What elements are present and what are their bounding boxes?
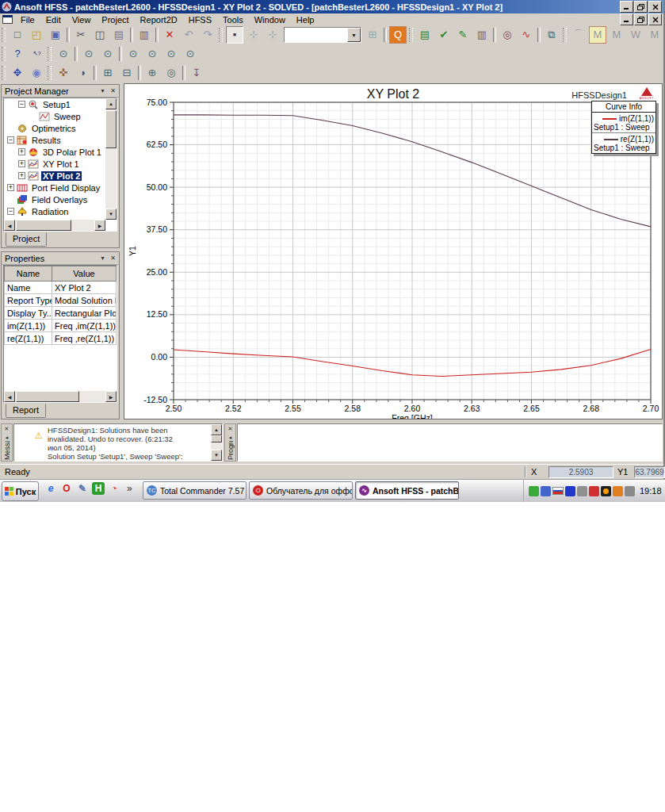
task-button-total-commander-7-57[interactable]: TCTotal Commander 7.57 - ... <box>143 481 247 500</box>
toolbar-grip[interactable] <box>409 28 413 42</box>
wave-trace-1-icon[interactable]: ⌒ <box>570 26 587 44</box>
tree-item-results[interactable]: −Results <box>4 134 105 146</box>
combobox-dropdown-icon[interactable]: ▼ <box>347 28 361 42</box>
property-value[interactable]: Freq ,im(Z(1,1)) <box>52 320 117 332</box>
show-model-icon[interactable]: ⊙ <box>162 45 180 63</box>
menu-hfss[interactable]: HFSS <box>183 14 217 25</box>
task-button-ansoft-hfss-patchb[interactable]: ∿Ansoft HFSS - patchB... <box>355 481 459 500</box>
tab-project[interactable]: Project <box>6 232 47 247</box>
quick-launch-chrome-icon[interactable]: ◔ <box>108 482 120 495</box>
menu-window[interactable]: Window <box>249 14 291 25</box>
property-row-display-ty[interactable]: Display Ty...Rectangular Plot <box>5 307 117 320</box>
mdi-window-restore-button[interactable] <box>634 13 648 25</box>
zoom-in-window-icon[interactable]: ⊞ <box>99 64 117 82</box>
start-button[interactable]: Пуск <box>2 481 39 501</box>
scroll-down-icon[interactable]: ▼ <box>211 450 222 461</box>
pan-icon[interactable]: ✜ <box>55 64 72 82</box>
show-all-icon[interactable]: ⊙ <box>124 45 142 63</box>
tree-item-xy-plot-1[interactable]: +XY Plot 1 <box>4 158 105 170</box>
quick-launch-internet-explorer-icon[interactable]: e <box>44 482 57 495</box>
toolbar-grip[interactable] <box>2 28 6 42</box>
task-button-[interactable]: OОблучатель для оффсе... <box>249 481 353 500</box>
tree-item-3d-polar-plot-1[interactable]: +3D Polar Plot 1 <box>4 146 105 158</box>
wave-trace-2-icon[interactable]: M <box>589 26 606 44</box>
hide-model-icon[interactable]: ⊙ <box>182 45 199 63</box>
scroll-thumb[interactable] <box>16 391 79 402</box>
window-close-button[interactable] <box>648 1 662 13</box>
menu-report2d[interactable]: Report2D <box>135 14 183 25</box>
wave-trace-4-icon[interactable]: W <box>627 26 644 44</box>
zoom-in-icon[interactable]: ⊕ <box>143 64 161 82</box>
active-view-icon[interactable]: ▪ <box>226 26 243 44</box>
scroll-thumb[interactable] <box>16 220 71 231</box>
combobox-value[interactable] <box>285 28 347 42</box>
scroll-left-icon[interactable]: ◀ <box>4 391 15 402</box>
quick-launch-chevron-icon[interactable]: » <box>127 483 132 494</box>
expand-box-icon[interactable]: + <box>18 148 25 155</box>
scroll-left-icon[interactable]: ◀ <box>4 220 15 231</box>
mdi-window-close-button[interactable] <box>648 13 662 25</box>
render-wireframe-icon[interactable]: ✥ <box>9 64 26 82</box>
zoom-out-icon[interactable]: ◎ <box>162 64 180 82</box>
print-icon[interactable]: ▥ <box>136 26 153 44</box>
wave-trace-5-icon[interactable]: M <box>646 26 663 44</box>
wave-trace-3-icon[interactable]: M <box>608 26 625 44</box>
mdi-document-icon[interactable] <box>2 15 13 24</box>
create-report-icon[interactable]: ∿ <box>518 26 535 44</box>
mdi-window-minimize-button[interactable] <box>620 13 633 25</box>
redo-icon[interactable]: ↷ <box>199 26 216 44</box>
menu-edit[interactable]: Edit <box>40 14 67 25</box>
optimetrics-analysis-icon[interactable]: ◎ <box>499 26 516 44</box>
toolbar-grip[interactable] <box>2 66 6 80</box>
property-row-name[interactable]: NameXY Plot 2 <box>5 282 117 294</box>
tab-report[interactable]: Report <box>6 404 46 418</box>
toolbar-grip[interactable] <box>48 47 52 61</box>
tray-icon-update[interactable] <box>613 486 623 496</box>
menu-tools[interactable]: Tools <box>217 14 249 25</box>
collapse-box-icon[interactable]: − <box>7 208 14 215</box>
tree-item-radiation[interactable]: −Radiation <box>4 205 105 217</box>
show-variables-icon[interactable]: ⊹ <box>245 26 262 44</box>
undo-icon[interactable]: ↶ <box>180 26 197 44</box>
new-report-window-icon[interactable]: ⧉ <box>543 26 560 44</box>
scroll-right-icon[interactable]: ▶ <box>105 391 117 402</box>
property-row-report-type[interactable]: Report TypeModal Solution D... <box>5 294 117 307</box>
property-value[interactable]: Freq ,re(Z(1,1)) <box>52 332 117 345</box>
panel-close-icon[interactable]: ✕ <box>109 86 117 95</box>
context-help-icon[interactable]: ↖? <box>28 45 45 63</box>
property-row-re-z-1-1[interactable]: re(Z(1,1))Freq ,re(Z(1,1)) <box>5 332 117 345</box>
tray-clock[interactable]: 19:18 <box>640 486 662 496</box>
menu-help[interactable]: Help <box>291 14 320 25</box>
help-topics-icon[interactable]: ? <box>9 45 26 63</box>
view-visibility-icon[interactable]: ⊙ <box>55 45 72 63</box>
menu-project[interactable]: Project <box>96 14 134 25</box>
q-solver-icon[interactable]: Q <box>389 26 407 44</box>
add-trace-icon[interactable]: ⊞ <box>364 26 381 44</box>
paste-icon[interactable]: ▤ <box>110 26 128 44</box>
xy-plot-canvas[interactable]: 2.502.522.552.582.602.632.652.682.7075.0… <box>124 84 662 419</box>
scroll-down-icon[interactable]: ▼ <box>105 209 117 220</box>
show-selection-icon[interactable]: ⊙ <box>80 45 97 63</box>
tree-item-sweep[interactable]: Sweep <box>4 110 105 122</box>
tray-icon-display[interactable] <box>541 486 551 496</box>
property-value[interactable]: Modal Solution D... <box>52 294 117 307</box>
edit-notes-icon[interactable]: ✎ <box>454 26 472 44</box>
toolbar-grip[interactable] <box>2 47 6 61</box>
solution-data-icon[interactable]: ▥ <box>473 26 491 44</box>
progress-tab-label[interactable]: Progress <box>227 441 235 460</box>
window-restore-button[interactable] <box>634 1 648 13</box>
panel-collapse-icon[interactable]: ▾ <box>98 86 107 95</box>
project-tree-vertical-scrollbar[interactable]: ▲ ▼ <box>105 98 117 220</box>
save-icon[interactable]: ▣ <box>47 26 64 44</box>
message-vertical-scrollbar[interactable]: ▲ ▼ <box>211 424 222 461</box>
edit-sources-icon[interactable]: ⊹ <box>264 26 281 44</box>
toolbar-grip[interactable] <box>48 66 52 80</box>
collapse-box-icon[interactable]: − <box>7 136 14 144</box>
scroll-up-icon[interactable]: ▲ <box>211 424 222 435</box>
tray-icon-antivirus[interactable] <box>589 486 599 496</box>
message-tab-label[interactable]: Message <box>3 441 11 460</box>
copy-icon[interactable]: ◫ <box>91 26 109 44</box>
collapse-box-icon[interactable]: − <box>18 101 25 108</box>
analyze-all-icon[interactable]: ✔ <box>435 26 453 44</box>
message-text[interactable]: HFSSDesign1: Solutions have been invalid… <box>48 426 209 461</box>
